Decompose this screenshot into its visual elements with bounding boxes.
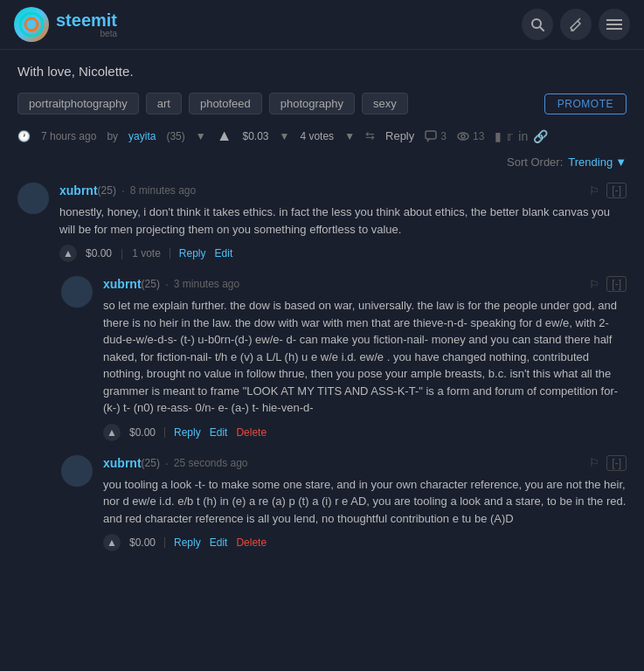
search-button[interactable] [522, 9, 553, 40]
post-author[interactable]: yayita [128, 130, 156, 142]
logo-beta: beta [56, 29, 117, 38]
logo-icon[interactable] [14, 7, 49, 42]
comment-time-3: 25 seconds ago [174, 457, 248, 469]
comment-author-1[interactable]: xubrnt [59, 183, 98, 197]
avatar-1 [17, 183, 49, 214]
comment-upvote-3[interactable]: ▲ [103, 534, 121, 551]
promote-button[interactable]: PROMOTE [544, 93, 627, 114]
compose-button[interactable] [560, 9, 592, 40]
comment-content-2: xubrnt (25) · 3 minutes ago ⚐ [-] so let… [103, 276, 627, 441]
share-icon[interactable]: ⇆ [365, 129, 375, 142]
comment-content-3: xubrnt (25) · 25 seconds ago ⚐ [-] you t… [103, 455, 627, 552]
svg-rect-10 [426, 131, 436, 139]
collapse-btn-2[interactable]: [-] [606, 276, 627, 292]
comment-block-1: xubrnt (25) · 8 minutes ago ⚐ [-] honest… [17, 183, 627, 262]
comment-time-2: 3 minutes ago [174, 278, 239, 290]
twitter-icon[interactable]: 𝕣 [507, 129, 513, 143]
comment-rep-3: (25) [142, 457, 160, 469]
divider-3 [164, 537, 165, 548]
author-rep: (35) [166, 130, 184, 142]
tag-portraitphotography[interactable]: portraitphotography [17, 93, 139, 114]
comment-rep-1: (25) [98, 184, 116, 197]
comment-actions-right-3: ⚐ [-] [589, 455, 627, 471]
comment-icon [425, 130, 437, 142]
menu-button[interactable] [599, 9, 630, 40]
sort-chevron-icon: ▼ [615, 156, 627, 169]
delete-btn-2[interactable]: Delete [236, 426, 267, 439]
reply-btn-3[interactable]: Reply [174, 536, 201, 549]
divider-1 [170, 248, 170, 259]
tag-photofeed[interactable]: photofeed [189, 93, 262, 114]
dot-separator-1: · [121, 183, 125, 197]
reply-button[interactable]: Reply [385, 129, 414, 142]
comment-header-3: xubrnt (25) · 25 seconds ago ⚐ [-] [103, 455, 627, 471]
comment-payout-1: $0.00 [86, 247, 112, 259]
comment-footer-1: ▲ $0.00 | 1 vote Reply Edit [59, 245, 627, 262]
main-content: With love, Nicolette. portraitphotograph… [0, 50, 644, 579]
comment-count: 3 [425, 130, 447, 142]
header-icons [522, 9, 630, 40]
flag-icon-1[interactable]: ⚐ [589, 184, 599, 197]
tag-art[interactable]: art [146, 93, 182, 114]
flag-icon-2[interactable]: ⚐ [589, 278, 599, 291]
svg-point-2 [29, 22, 34, 27]
votes-count: 4 votes [300, 130, 334, 142]
reply-btn-2[interactable]: Reply [174, 426, 201, 439]
site-header: steemit beta [0, 0, 644, 50]
post-time: 7 hours ago [41, 130, 96, 142]
sort-label: Sort Order: [507, 156, 563, 169]
comment-payout-2: $0.00 [129, 426, 156, 439]
link-icon[interactable]: 🔗 [533, 129, 548, 143]
collapse-btn-3[interactable]: [-] [606, 455, 627, 471]
comment-time-1: 8 minutes ago [130, 184, 196, 197]
comment-footer-3: ▲ $0.00 Reply Edit Delete [103, 534, 627, 551]
tag-sexy[interactable]: sexy [362, 93, 408, 114]
author-chevron-icon[interactable]: ▼ [196, 130, 206, 142]
dot-separator-2: · [165, 277, 169, 291]
svg-line-5 [578, 18, 580, 21]
dot-separator-3: · [165, 456, 169, 470]
comment-block-3: xubrnt (25) · 25 seconds ago ⚐ [-] you t… [61, 455, 627, 552]
view-count: 13 [457, 130, 484, 142]
upvote-button[interactable]: ▲ [217, 127, 232, 145]
comment-upvote-1[interactable]: ▲ [59, 245, 77, 262]
edit-btn-3[interactable]: Edit [210, 536, 228, 549]
comment-actions-right-1: ⚐ [-] [589, 183, 627, 198]
vote-info-1: 1 vote [132, 247, 161, 259]
svg-line-4 [540, 27, 544, 31]
post-payout: $0.03 [243, 130, 269, 142]
intro-text: With love, Nicolette. [17, 64, 627, 79]
eye-icon [457, 132, 469, 141]
comment-header-1: xubrnt (25) · 8 minutes ago ⚐ [-] [59, 183, 627, 198]
edit-btn-2[interactable]: Edit [210, 426, 228, 439]
linkedin-icon[interactable]: in [518, 129, 528, 143]
comment-actions-right-2: ⚐ [-] [589, 276, 627, 292]
delete-btn-3[interactable]: Delete [236, 536, 267, 549]
reply-btn-1[interactable]: Reply [179, 247, 206, 259]
tag-photography[interactable]: photography [269, 93, 355, 114]
comment-payout-3: $0.00 [129, 536, 156, 549]
comment-header-2: xubrnt (25) · 3 minutes ago ⚐ [-] [103, 276, 627, 292]
sort-select[interactable]: Trending ▼ [568, 156, 627, 169]
post-meta: 🕐 7 hours ago by yayita (35) ▼ ▲ $0.03 ▼… [17, 127, 627, 145]
separator-1: | [121, 247, 123, 259]
comment-upvote-2[interactable]: ▲ [103, 424, 121, 441]
avatar-2 [61, 276, 93, 308]
avatar-3 [61, 455, 93, 487]
votes-chevron-icon[interactable]: ▼ [344, 130, 355, 142]
comment-author-3[interactable]: xubrnt [103, 456, 142, 470]
logo-name: steemit [56, 11, 117, 29]
social-icons: ▮ 𝕣 in 🔗 [495, 129, 548, 143]
facebook-icon[interactable]: ▮ [495, 129, 502, 143]
comment-rep-2: (25) [142, 278, 160, 290]
comment-block-2: xubrnt (25) · 3 minutes ago ⚐ [-] so let… [61, 276, 627, 441]
flag-icon-3[interactable]: ⚐ [589, 456, 599, 469]
comment-author-2[interactable]: xubrnt [103, 277, 142, 291]
edit-btn-1[interactable]: Edit [215, 247, 233, 259]
collapse-btn-1[interactable]: [-] [606, 183, 627, 198]
svg-point-12 [461, 135, 465, 138]
comment-content-1: xubrnt (25) · 8 minutes ago ⚐ [-] honest… [59, 183, 627, 262]
payout-chevron-icon[interactable]: ▼ [280, 130, 290, 142]
sort-row: Sort Order: Trending ▼ [17, 156, 627, 169]
comment-footer-2: ▲ $0.00 Reply Edit Delete [103, 424, 627, 441]
